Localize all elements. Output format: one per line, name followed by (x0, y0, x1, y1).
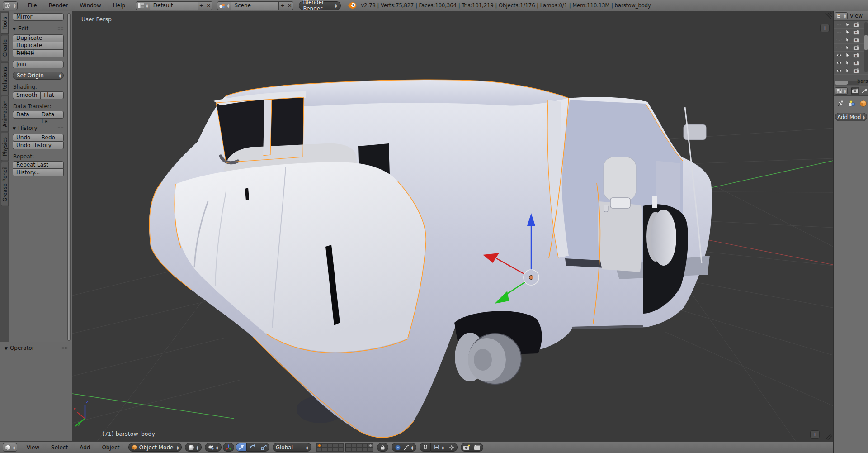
visibility-eye-closed-icon[interactable] (836, 45, 842, 50)
translate-manipulator-button[interactable] (236, 443, 247, 452)
data-transfer-data-button[interactable]: Data (13, 111, 38, 119)
outliner-horizontal-scrollbar[interactable] (835, 81, 860, 85)
shelf-tab-create[interactable]: Create (1, 35, 9, 61)
outliner-row[interactable] (834, 59, 868, 67)
selectable-cursor-icon[interactable] (845, 29, 850, 35)
outliner-row[interactable] (834, 44, 868, 52)
delete-scene-button[interactable]: ✕ (286, 1, 293, 10)
shelf-tab-animation[interactable]: Animation (1, 96, 9, 132)
outliner-row[interactable] (834, 52, 868, 59)
editor-type-info-button[interactable]: ▲▼ (3, 1, 18, 10)
selectable-cursor-icon[interactable] (845, 52, 850, 58)
menu-window[interactable]: Window (74, 0, 107, 11)
tab-render[interactable] (851, 87, 859, 95)
layer-toggle[interactable] (346, 448, 351, 452)
viewport-shading-dropdown[interactable]: ▲▼ (185, 443, 202, 452)
car-model-barstow-body[interactable] (149, 80, 712, 438)
3d-viewport[interactable]: z x y User Persp (71) barstow_body + + (72, 11, 833, 441)
renderable-camera-icon[interactable] (853, 53, 859, 58)
opengl-render-image-button[interactable] (461, 443, 472, 452)
layer-toggle[interactable] (322, 443, 327, 448)
outliner-row[interactable] (834, 67, 868, 75)
layer-toggle[interactable] (327, 443, 333, 448)
snap-element-dropdown[interactable]: ▲▼ (431, 443, 446, 452)
renderable-camera-icon[interactable] (853, 22, 859, 27)
selectable-cursor-icon[interactable] (845, 37, 850, 43)
viewport-menu-view[interactable]: View (21, 442, 45, 453)
proportional-editing-dropdown[interactable]: ▲▼ (392, 443, 417, 452)
panel-grip-icon[interactable] (61, 346, 68, 350)
layer-toggle[interactable] (333, 443, 338, 448)
editor-type-outliner-button[interactable]: ▲▼ (835, 12, 848, 19)
duplicate-linked-button[interactable]: Duplicate Linked (13, 42, 64, 50)
layer-toggle[interactable] (327, 448, 333, 452)
add-modifier-dropdown[interactable]: Add Mod ▲▼ (835, 113, 867, 121)
layer-toggle[interactable] (351, 443, 357, 448)
layer-toggle[interactable] (351, 448, 357, 452)
shade-smooth-button[interactable]: Smooth (13, 91, 41, 99)
layer-toggle[interactable] (362, 443, 368, 448)
add-scene-button[interactable]: + (279, 1, 286, 10)
renderable-camera-icon[interactable] (853, 38, 859, 43)
outliner-row[interactable] (834, 36, 868, 44)
screen-layout-button[interactable]: ▲▼ (136, 1, 150, 10)
layer-toggle[interactable] (316, 448, 322, 452)
scene-tab-icon[interactable] (848, 100, 856, 107)
layer-toggle[interactable] (368, 443, 373, 448)
visibility-eye-icon[interactable] (836, 68, 842, 73)
selectable-cursor-icon[interactable] (845, 45, 850, 50)
properties-region-expand-button[interactable]: + (820, 24, 830, 32)
viewport-menu-add[interactable]: Add (74, 442, 96, 453)
layer-toggle[interactable] (362, 448, 368, 452)
region-expand-button[interactable]: + (810, 430, 820, 439)
region-corner-hatch-icon[interactable] (826, 12, 832, 440)
shelf-tab-physics[interactable]: Physics (1, 133, 9, 161)
redo-button[interactable]: Redo (38, 134, 64, 142)
layer-toggle[interactable] (357, 448, 362, 452)
renderable-camera-icon[interactable] (853, 68, 859, 73)
manipulator-toggle-button[interactable] (223, 443, 234, 452)
visibility-eye-icon[interactable] (836, 53, 842, 57)
viewport-menu-select[interactable]: Select (45, 442, 74, 453)
layer-toggle[interactable] (357, 443, 362, 448)
shelf-tab-relations[interactable]: Relations (1, 62, 9, 95)
tab-clipped[interactable] (861, 87, 868, 95)
tool-shelf-scrollbar[interactable] (67, 13, 71, 341)
selectable-cursor-icon[interactable] (845, 68, 850, 73)
layer-toggle[interactable] (338, 443, 344, 448)
shelf-tab-grease-pencil[interactable]: Grease Pencil (1, 162, 9, 206)
layer-toggle[interactable] (316, 443, 322, 448)
layer-toggle[interactable] (338, 448, 344, 452)
shade-flat-button[interactable]: Flat (41, 91, 64, 99)
join-button[interactable]: Join (13, 61, 64, 68)
screen-layout-name[interactable]: Default (150, 1, 198, 10)
transform-orientation-dropdown[interactable]: Global ▲▼ (273, 443, 311, 452)
panel-grip-icon[interactable] (57, 126, 64, 130)
renderable-camera-icon[interactable] (853, 30, 859, 35)
snap-toggle-button[interactable] (420, 443, 431, 452)
rotate-manipulator-button[interactable] (247, 443, 258, 452)
add-screen-layout-button[interactable]: + (198, 1, 205, 10)
menu-file[interactable]: File (22, 0, 43, 11)
layer-toggle[interactable] (333, 448, 338, 452)
editor-type-3dview-button[interactable]: ▲▼ (3, 443, 17, 452)
lock-to-scene-button[interactable] (377, 443, 388, 452)
pin-icon[interactable] (837, 100, 844, 107)
repeat-last-button[interactable]: Repeat Last (13, 161, 64, 169)
outliner-row[interactable] (834, 29, 868, 36)
menu-help[interactable]: Help (107, 0, 131, 11)
shelf-tab-tools[interactable]: Tools (1, 12, 9, 34)
data-transfer-layout-button[interactable]: Data La (38, 111, 64, 119)
repeat-history-button[interactable]: History... (13, 169, 64, 176)
outliner-view-menu[interactable]: View (850, 13, 863, 19)
mirror-button[interactable]: Mirror (13, 13, 64, 21)
snap-target-button[interactable] (446, 443, 458, 452)
layer-toggle[interactable] (322, 448, 327, 452)
set-origin-dropdown[interactable]: Set Origin ▲▼ (13, 72, 64, 80)
layer-toggle[interactable] (368, 448, 373, 452)
undo-button[interactable]: Undo (13, 134, 38, 142)
selectable-cursor-icon[interactable] (845, 22, 850, 27)
history-panel-header[interactable]: ▼History (13, 125, 64, 131)
operator-panel-header[interactable]: ▼Operator (5, 345, 68, 351)
object-tab-icon[interactable] (859, 100, 867, 107)
